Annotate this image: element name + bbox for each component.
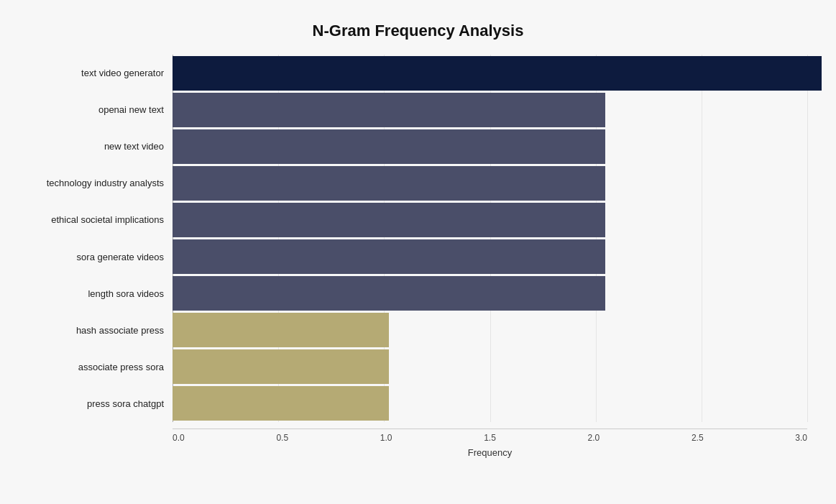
bar-row: text video generator: [14, 55, 822, 91]
bar-row: openai new text: [14, 91, 822, 128]
bar-label: sora generate videos: [14, 252, 173, 262]
x-axis-tick: 0.0: [173, 433, 185, 443]
bar-label: text video generator: [14, 68, 173, 78]
bar-track: [173, 385, 822, 422]
bar-track: [173, 201, 822, 238]
x-axis-tick: 1.5: [484, 433, 496, 443]
bar-track: [173, 349, 822, 385]
bar-track: [173, 238, 822, 275]
x-axis-tick: 2.5: [692, 433, 704, 443]
x-axis-tick: 3.0: [795, 433, 807, 443]
bar-track: [173, 275, 822, 312]
bar-label: hash associate press: [14, 325, 173, 336]
bar-row: associate press sora: [14, 349, 822, 385]
bar-label: openai new text: [14, 104, 173, 115]
x-axis-label: Frequency: [173, 447, 807, 458]
bar-track: [173, 312, 822, 349]
bar-row: hash associate press: [14, 312, 822, 349]
bar-label: technology industry analysts: [14, 178, 173, 188]
x-axis-tick: 1.0: [380, 433, 392, 443]
x-axis-tick: 2.0: [588, 433, 600, 443]
bar-row: ethical societal implications: [14, 201, 822, 238]
x-axis-tick: 0.5: [276, 433, 288, 443]
bar-label: length sora videos: [14, 288, 173, 299]
bar-label: associate press sora: [14, 362, 173, 372]
bar: [173, 166, 605, 201]
chart-title: N-Gram Frequency Analysis: [14, 22, 822, 40]
bar: [173, 56, 822, 91]
bar: [173, 313, 389, 347]
chart-container: N-Gram Frequency Analysis text video gen…: [0, 0, 836, 504]
bar-row: technology industry analysts: [14, 165, 822, 201]
bar-label: ethical societal implications: [14, 214, 173, 225]
bar-label: new text video: [14, 141, 173, 152]
bar-row: press sora chatgpt: [14, 385, 822, 422]
bar: [173, 349, 389, 384]
bar: [173, 129, 605, 164]
bar-row: sora generate videos: [14, 238, 822, 275]
bar: [173, 386, 389, 421]
bar-row: length sora videos: [14, 275, 822, 312]
bar: [173, 203, 605, 237]
bar-track: [173, 91, 822, 128]
bar: [173, 239, 605, 274]
bar: [173, 276, 605, 311]
bar-label: press sora chatgpt: [14, 398, 173, 409]
bar-track: [173, 165, 822, 201]
bar-row: new text video: [14, 128, 822, 165]
bar-track: [173, 128, 822, 165]
bar-track: [173, 55, 822, 91]
bar: [173, 93, 605, 127]
